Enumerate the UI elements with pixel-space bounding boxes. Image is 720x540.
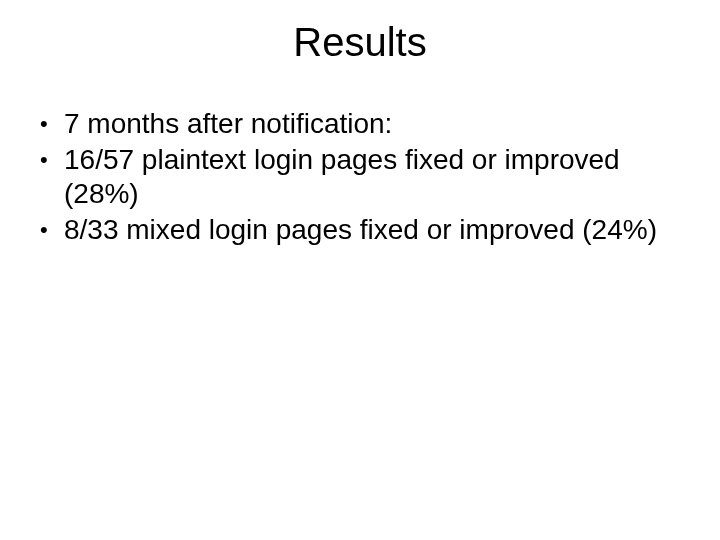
list-item: 8/33 mixed login pages fixed or improved… <box>38 213 690 247</box>
list-item: 16/57 plaintext login pages fixed or imp… <box>38 143 690 211</box>
list-item: 7 months after notification: <box>38 107 690 141</box>
slide: Results 7 months after notification: 16/… <box>0 0 720 540</box>
bullet-list: 7 months after notification: 16/57 plain… <box>38 107 690 248</box>
slide-content: 7 months after notification: 16/57 plain… <box>0 107 720 248</box>
slide-title: Results <box>0 20 720 65</box>
